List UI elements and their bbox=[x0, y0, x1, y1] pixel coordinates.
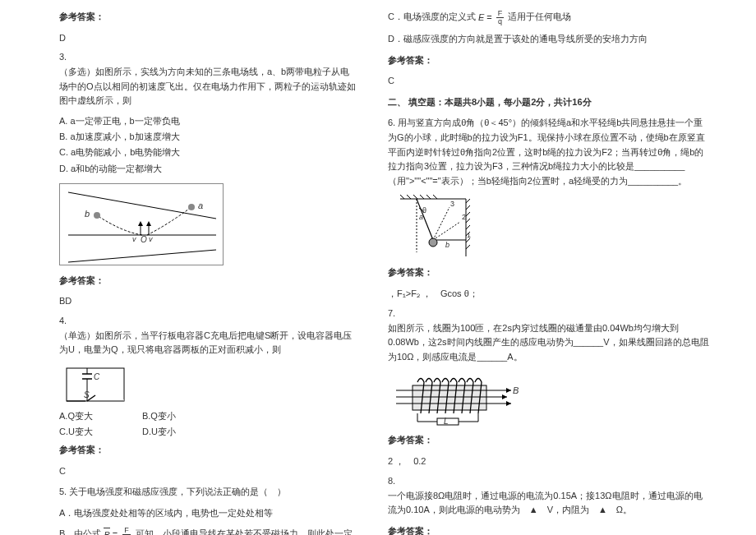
fig1-b: b bbox=[85, 209, 90, 219]
q8-text: 一个电源接8Ω电阻时，通过电源的电流为0.15A；接13Ω电阻时，通过电源的电流… bbox=[388, 489, 710, 518]
formula-B-FIL: B = F IL bbox=[104, 527, 132, 535]
right-column: C．电场强度的定义式 E = F q 适用于任何电场 D．磁感应强度的方向就是置… bbox=[378, 0, 756, 535]
svg-line-24 bbox=[426, 195, 431, 199]
fig3-b: b bbox=[445, 241, 449, 249]
q7-num: 7. bbox=[388, 308, 710, 318]
answer-label-6: 参考答案： bbox=[388, 265, 710, 280]
answer-q3: BD bbox=[59, 294, 358, 309]
svg-line-2 bbox=[68, 250, 216, 262]
svg-line-21 bbox=[407, 195, 411, 199]
q5-optB-pre: B．由公式 bbox=[59, 529, 101, 535]
svg-marker-44 bbox=[502, 394, 507, 399]
fig3-3: 3 bbox=[450, 200, 454, 208]
figure-rope-ball: a b 1 2 3 θ bbox=[388, 195, 486, 261]
q5-num: 5. bbox=[59, 487, 67, 496]
svg-line-30 bbox=[466, 219, 470, 223]
q3-num: 3. bbox=[59, 52, 358, 62]
q3-optA: A. a一定带正电，b一定带负电 bbox=[59, 115, 358, 127]
q6: 6. 用与竖直方向成θ角（θ＜45°）的倾斜轻绳a和水平轻绳b共同悬挂悬挂一个重… bbox=[388, 116, 710, 188]
q3-optB: B. a加速度减小，b加速度增大 bbox=[59, 131, 358, 143]
q4-optD: D.U变小 bbox=[142, 426, 176, 438]
q3-optC: C. a电势能减小，b电势能增大 bbox=[59, 146, 358, 159]
svg-line-23 bbox=[420, 195, 424, 199]
q4-num: 4. bbox=[59, 316, 358, 325]
answer-q6: ，F₁>F₂ ， Gcos θ； bbox=[388, 287, 710, 302]
q4-optC: C.U变大 bbox=[59, 426, 93, 438]
q3-optD: D. a和b的动能一定都增大 bbox=[59, 162, 358, 177]
q5-optB: B．由公式 B = F IL 可知，小段通电导线在某处若不受磁场力，则此处一定无… bbox=[59, 527, 358, 535]
q5-optA: A．电场强度处处相等的区域内，电势也一定处处相等 bbox=[59, 506, 358, 521]
q4-row1: A.Q变大 B.Q变小 bbox=[59, 410, 358, 422]
q6-num: 6. bbox=[388, 118, 395, 127]
answer-label-4: 参考答案： bbox=[59, 443, 358, 458]
fig1-v1: v bbox=[132, 235, 136, 243]
fig4-L: L bbox=[444, 417, 449, 426]
q5-optC-post: 适用于任何电场 bbox=[508, 12, 571, 21]
q5-optC-pre: C．电场强度的定义式 bbox=[388, 12, 476, 21]
formula-E-Fq: E = F q bbox=[478, 10, 505, 25]
section-2-heading: 二、 填空题：本题共8小题，每小题2分，共计16分 bbox=[388, 95, 710, 110]
fig4-B: B bbox=[513, 385, 519, 395]
q5-text: 关于电场强度和磁感应强度，下列说法正确的是（ ） bbox=[69, 487, 286, 496]
svg-line-25 bbox=[433, 195, 437, 199]
fig3-theta: θ bbox=[422, 206, 426, 214]
q7-text: 如图所示，线圈为100匝，在2s内穿过线圈的磁通量由0.04Wb均匀增大到0.0… bbox=[388, 321, 710, 365]
svg-point-3 bbox=[188, 204, 195, 210]
svg-line-22 bbox=[413, 195, 417, 199]
answer-label-3: 参考答案： bbox=[59, 274, 358, 288]
svg-line-38 bbox=[433, 207, 449, 240]
q4-row2: C.U变大 D.U变小 bbox=[59, 426, 358, 438]
answer-q4: C bbox=[59, 464, 358, 479]
q4-optB: B.Q变小 bbox=[142, 410, 176, 422]
answer-label-5: 参考答案： bbox=[388, 53, 710, 68]
svg-point-39 bbox=[429, 238, 437, 247]
figure-electric-field: a b v v O bbox=[59, 183, 224, 265]
fig2-S: S bbox=[84, 390, 90, 399]
answer-label: 参考答案： bbox=[59, 10, 358, 25]
svg-line-28 bbox=[466, 205, 470, 210]
answer-label-7: 参考答案： bbox=[388, 433, 710, 448]
q4-text: （单选）如图所示，当平行板电容器C充电后把电键S断开，设电容器电压为U，电量为Q… bbox=[59, 329, 358, 357]
q5-optD: D．磁感应强度的方向就是置于该处的通电导线所受的安培力方向 bbox=[388, 32, 710, 47]
figure-solenoid: B L bbox=[388, 371, 528, 428]
svg-marker-6 bbox=[138, 221, 143, 226]
svg-line-27 bbox=[466, 199, 470, 203]
q3-text: （多选）如图所示，实线为方向未知的三条电场线，a、b两带电粒子从电场中的O点以相… bbox=[59, 65, 358, 108]
svg-line-31 bbox=[466, 225, 470, 229]
svg-line-34 bbox=[466, 245, 470, 249]
fig1-O: O bbox=[141, 235, 147, 244]
fig1-v2: v bbox=[149, 235, 153, 243]
q8-num: 8. bbox=[388, 476, 710, 486]
svg-marker-8 bbox=[146, 221, 151, 226]
q6-text: 用与竖直方向成θ角（θ＜45°）的倾斜轻绳a和水平轻绳b共同悬挂悬挂一个重为G的… bbox=[388, 118, 705, 185]
q5-line: 5. 关于电场强度和磁感应强度，下列说法正确的是（ ） bbox=[59, 485, 358, 500]
left-column: 参考答案： D 3. （多选）如图所示，实线为方向未知的三条电场线，a、b两带电… bbox=[0, 0, 378, 535]
svg-marker-42 bbox=[506, 388, 511, 393]
svg-line-20 bbox=[400, 195, 404, 199]
svg-point-4 bbox=[94, 212, 100, 219]
q4-optA: A.Q变大 bbox=[59, 410, 93, 422]
answer-q2: D bbox=[59, 31, 358, 46]
answer-q5: C bbox=[388, 74, 710, 89]
q5-optC: C．电场强度的定义式 E = F q 适用于任何电场 bbox=[388, 10, 710, 25]
svg-marker-46 bbox=[506, 401, 511, 406]
answer-q7: 2 ， 0.2 bbox=[388, 454, 710, 469]
fig1-a: a bbox=[198, 201, 203, 210]
answer-label-8: 参考答案： bbox=[388, 524, 710, 535]
figure-capacitor: C S bbox=[62, 364, 128, 405]
fig3-2: 2 bbox=[462, 213, 466, 221]
svg-line-29 bbox=[466, 212, 470, 216]
fig3-1: 1 bbox=[467, 231, 471, 239]
fig2-C: C bbox=[94, 372, 99, 381]
